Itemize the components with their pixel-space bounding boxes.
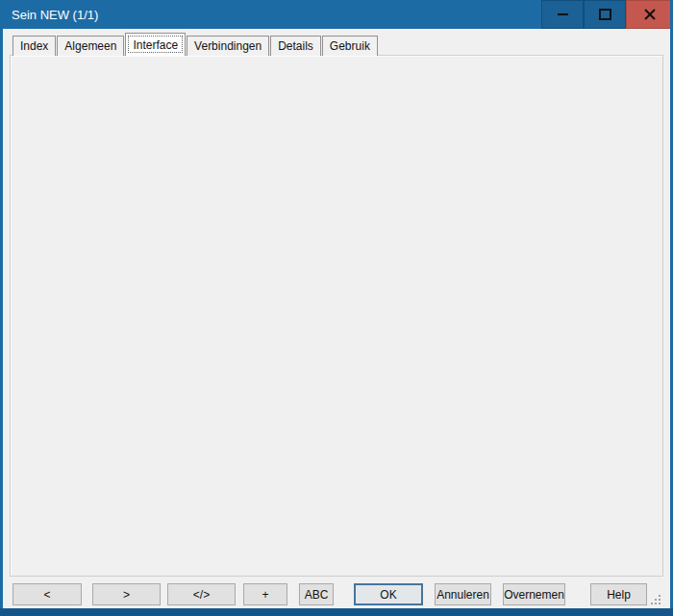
tab-details[interactable]: Details xyxy=(270,36,321,56)
window-border-bottom xyxy=(0,608,673,616)
ok-button[interactable]: OK xyxy=(354,583,423,605)
code-button[interactable]: </> xyxy=(167,583,236,605)
close-button[interactable] xyxy=(626,0,673,29)
next-button[interactable]: > xyxy=(92,583,161,605)
close-icon xyxy=(644,9,656,20)
resize-grip[interactable] xyxy=(651,595,662,606)
dialog-window: Sein NEW (1/1) Index Algemeen Interface … xyxy=(0,0,673,616)
window-title: Sein NEW (1/1) xyxy=(0,8,541,22)
title-bar: Sein NEW (1/1) xyxy=(0,0,673,29)
tab-gebruik[interactable]: Gebruik xyxy=(322,36,378,56)
add-button[interactable]: + xyxy=(243,583,287,605)
abc-button[interactable]: ABC xyxy=(299,583,334,605)
minimize-button[interactable] xyxy=(541,0,584,29)
tab-algemeen[interactable]: Algemeen xyxy=(57,36,124,56)
interface-tab-page xyxy=(10,55,663,577)
prev-button[interactable]: < xyxy=(12,583,82,605)
minimize-icon xyxy=(558,13,568,15)
cancel-button[interactable]: Annuleren xyxy=(435,583,491,605)
maximize-button[interactable] xyxy=(584,0,626,29)
tab-index[interactable]: Index xyxy=(12,36,56,56)
help-button[interactable]: Help xyxy=(590,583,647,605)
window-border-left xyxy=(0,0,3,616)
tab-verbindingen[interactable]: Verbindingen xyxy=(187,36,269,56)
apply-button[interactable]: Overnemen xyxy=(503,583,565,605)
maximize-icon xyxy=(599,9,611,20)
tab-interface[interactable]: Interface xyxy=(125,33,186,56)
tab-bar: Index Algemeen Interface Verbindingen De… xyxy=(12,36,379,56)
